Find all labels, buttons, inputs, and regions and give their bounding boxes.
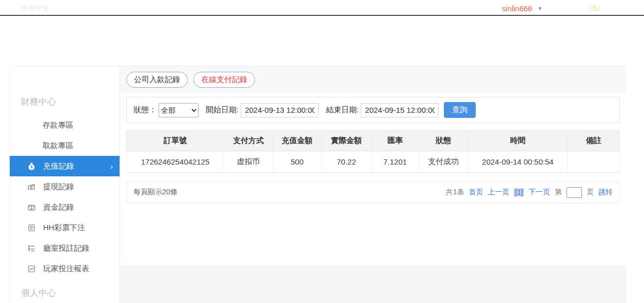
tab-online-payment-records[interactable]: 在線支付記錄 (193, 72, 255, 88)
sidebar-heading-personal: 個人中心 (10, 287, 120, 299)
tab-company-deposit-records[interactable]: 公司入款記錄 (126, 72, 188, 88)
pager: 共1条 首页 上一页 [1] 下一页 第 页 跳转 (446, 187, 613, 198)
total-count: 共1条 (446, 188, 464, 197)
money-bag-icon: $ (27, 162, 36, 171)
first-page-link[interactable]: 首页 (469, 188, 483, 197)
username: sinlin666 (502, 4, 532, 13)
col-payment-method: 支付方式 (224, 131, 273, 151)
status-select[interactable]: 全部 (159, 103, 199, 117)
sidebar-item-player-bet-report[interactable]: 玩家投注報表 (10, 258, 120, 279)
sidebar: 財務中心 存款專區 取款專區 $ 充值記錄 › 提現記錄 (10, 66, 120, 303)
col-recharge-amount: 充值金額 (273, 131, 322, 151)
table-header-row: 訂單號 支付方式 充值金額 實際金額 匯率 狀態 時間 備註 (127, 131, 620, 151)
start-date-input[interactable] (241, 103, 319, 117)
sidebar-item-label: 資金記錄 (43, 203, 74, 212)
document-icon (27, 224, 36, 232)
sidebar-item-withdraw-zone[interactable]: 取款專區 (10, 135, 120, 156)
end-date-label: 結束日期: (326, 105, 359, 115)
col-time: 時間 (468, 131, 568, 151)
jump-suffix-label: 页 (587, 188, 594, 197)
notification-count[interactable]: （5） (586, 4, 604, 13)
content-footer-area (120, 266, 626, 303)
cell-status: 支付成功 (419, 151, 468, 173)
records-table-wrap: 訂單號 支付方式 充值金額 實際金額 匯率 狀態 時間 備註 172624625 (126, 130, 620, 173)
cell-time: 2024-09-14 00:50:54 (468, 151, 568, 173)
sidebar-item-label: 存款專區 (43, 120, 73, 130)
col-remark: 備註 (568, 131, 620, 151)
filter-bar: 狀態： 全部 開始日期: 結束日期: 查詢 (126, 97, 620, 123)
content-body: 狀態： 全部 開始日期: 結束日期: 查詢 (120, 93, 626, 255)
sidebar-heading-finance: 財務中心 (10, 96, 120, 108)
wallet-icon (27, 203, 36, 212)
cell-payment-method: 虚拟币 (224, 151, 273, 173)
current-page[interactable]: [1] (514, 188, 524, 196)
tabs-strip: 公司入款記錄 在線支付記錄 (120, 66, 626, 93)
sidebar-item-lottery-bets[interactable]: HH彩票下注 (10, 217, 120, 238)
sidebar-item-label: 取款專區 (43, 141, 73, 151)
col-actual-amount: 實際金額 (322, 131, 372, 151)
col-order-number: 訂單號 (127, 131, 224, 151)
cell-remark (568, 151, 620, 173)
topbar: 简体中文 sinlin666 ▼ （5） (0, 0, 644, 16)
cell-exchange-rate: 7.1201 (372, 151, 419, 173)
sidebar-item-withdrawal-records[interactable]: 提現記錄 (10, 176, 120, 197)
col-status: 狀態 (419, 131, 468, 151)
records-table: 訂單號 支付方式 充值金額 實際金額 匯率 狀態 時間 備註 172624625 (126, 130, 620, 173)
sidebar-item-label: 玩家投注報表 (43, 264, 89, 274)
next-page-link[interactable]: 下一页 (529, 188, 550, 197)
prev-page-link[interactable]: 上一页 (487, 188, 509, 197)
chart-icon (27, 265, 36, 273)
jump-link[interactable]: 跳转 (598, 188, 613, 197)
sidebar-item-deposit-zone[interactable]: 存款專區 (10, 115, 120, 135)
jump-prefix-label: 第 (555, 188, 562, 197)
sidebar-item-label: 提現記錄 (43, 182, 74, 192)
sidebar-item-label: 廳室投註記錄 (43, 244, 89, 253)
banknote-icon (27, 183, 36, 191)
col-exchange-rate: 匯率 (372, 131, 419, 151)
pagination-bar: 每頁顯示20條 共1条 首页 上一页 [1] 下一页 第 页 跳转 (126, 181, 620, 204)
cell-order-number: 1726246254042125 (127, 151, 224, 173)
start-date-label: 開始日期: (206, 105, 239, 115)
sidebar-item-label: 充值記錄 (43, 161, 74, 171)
table-row: 1726246254042125 虚拟币 500 70.22 7.1201 支付… (127, 151, 620, 173)
page-number-input[interactable] (567, 187, 582, 198)
content-area: 公司入款記錄 在線支付記錄 狀態： 全部 開始日期: 結束日期: 查詢 (120, 66, 626, 303)
sidebar-item-room-bet-records[interactable]: 廳室投註記錄 (10, 238, 120, 258)
cell-recharge-amount: 500 (273, 151, 322, 173)
page-size-text: 每頁顯示20條 (133, 188, 178, 197)
sidebar-item-funds-records[interactable]: 資金記錄 (10, 197, 120, 217)
search-button[interactable]: 查詢 (444, 102, 476, 118)
end-date-input[interactable] (361, 103, 439, 117)
language-switch[interactable]: 简体中文 (21, 4, 49, 13)
list-icon (27, 244, 36, 253)
status-label: 狀態： (133, 105, 157, 115)
sidebar-item-recharge-records[interactable]: $ 充值記錄 › (10, 156, 120, 176)
chevron-right-icon: › (110, 162, 113, 171)
chevron-down-icon: ▼ (537, 6, 542, 11)
main-wrapper: 財務中心 存款專區 取款專區 $ 充值記錄 › 提現記錄 (9, 66, 626, 303)
cell-actual-amount: 70.22 (322, 151, 372, 173)
user-menu[interactable]: sinlin666 ▼ (502, 4, 542, 13)
sidebar-item-label: HH彩票下注 (43, 223, 85, 233)
